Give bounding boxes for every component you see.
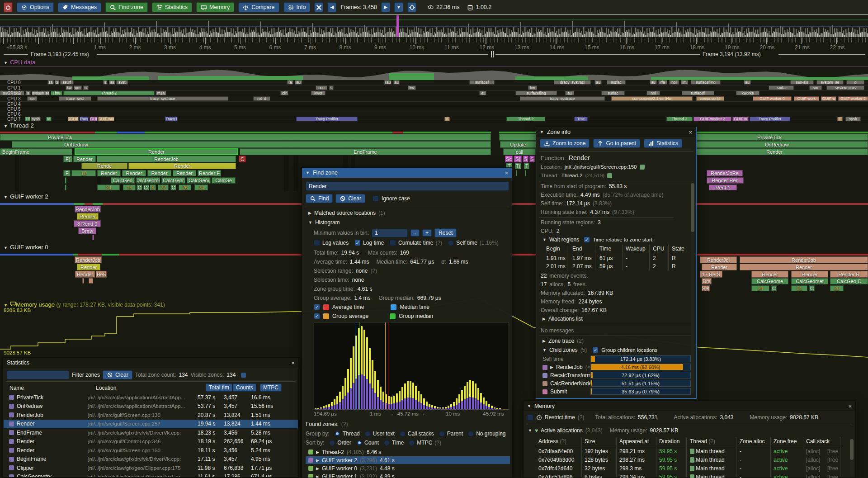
cpu-zone[interactable]: ss <box>109 80 115 85</box>
zone[interactable]: Render <box>122 170 146 176</box>
log-values-checkbox[interactable]: ✓ <box>314 240 320 246</box>
cpu-zone[interactable]: Thread-2 <box>63 91 155 95</box>
stats-row[interactable]: OnRedraw jni/../jni/src/claw/application… <box>4 402 298 411</box>
log-time-checkbox[interactable]: ✓ <box>354 240 361 246</box>
cpu-zone[interactable]: sen-sis <box>790 80 814 85</box>
col-counts-sort[interactable]: Counts <box>233 383 256 392</box>
zone[interactable] <box>92 235 94 240</box>
cpu-zone[interactable]: sysb <box>845 117 861 121</box>
found-zone-group[interactable]: ▶ GUIF worker 2 (3,296) 4.61 s <box>306 456 510 464</box>
frame-select-button[interactable]: ▼ <box>394 2 403 12</box>
cpu-zone[interactable]: surfacefling <box>515 91 557 95</box>
find-button[interactable]: Find <box>306 194 333 203</box>
zone[interactable]: Render <box>75 148 238 155</box>
next-frame-button[interactable]: ▶ <box>381 2 390 12</box>
cpu-zone[interactable]: rfa <box>658 80 667 85</box>
zone[interactable]: Render <box>97 170 121 176</box>
find-zone-button[interactable]: Find zone <box>105 2 148 12</box>
radio-thread[interactable] <box>335 431 340 437</box>
stats-row[interactable]: EndFrame jni/../jni/src/claw/gfx/drv/vk/… <box>4 428 298 437</box>
cpu-zone[interactable]: kworke <box>736 91 760 95</box>
cpu-zone[interactable]: surfacef <box>469 80 495 85</box>
cpu-zone[interactable]: Tracy Profiler <box>750 117 790 121</box>
alloc-col-header[interactable]: Zone alloc <box>740 438 764 445</box>
cpu-zone[interactable]: s <box>25 91 31 95</box>
zone[interactable] <box>65 177 66 184</box>
alloc-col-header[interactable]: Thread (?) <box>690 438 715 445</box>
cpu-zone[interactable]: system_se <box>816 80 844 85</box>
cpu-zone[interactable]: Thread-2 <box>506 117 545 121</box>
info-button[interactable]: Info <box>283 2 311 12</box>
cpu-zone[interactable]: et <box>479 91 486 95</box>
radio-call-stacks[interactable] <box>400 431 406 437</box>
zone[interactable]: 17 RerS <box>700 271 722 278</box>
zone[interactable]: C <box>771 285 777 291</box>
zone[interactable]: CalcGeo <box>111 177 135 184</box>
cpu-zone[interactable]: g <box>846 80 864 85</box>
free-callstack-cell[interactable]: [free <box>827 457 838 463</box>
cpu-zone[interactable]: ssurf <box>60 80 74 85</box>
zone[interactable]: Update <box>500 141 536 148</box>
col-name[interactable]: Name <box>9 385 24 391</box>
cpu-zone[interactable]: surfa <box>769 85 794 90</box>
histogram-section-header[interactable]: ▼ Histogram <box>308 219 340 226</box>
cpu-zone[interactable]: sur <box>809 85 822 90</box>
zone[interactable]: RenderJob <box>75 256 102 263</box>
col-location[interactable]: Location <box>96 385 116 391</box>
radio-user-text[interactable] <box>365 431 371 437</box>
go-to-parent-button[interactable]: Go to parent <box>593 139 640 148</box>
cpu-zone[interactable]: au <box>594 80 602 85</box>
self-time-radio[interactable] <box>448 240 454 246</box>
child-zones-header[interactable]: ▼ Child zones(5) ✓ Group children locati… <box>542 347 657 353</box>
child-zone-row[interactable]: ▶RenderJob(×2) <box>542 364 595 370</box>
alloc-callstack-cell[interactable]: [alloc] <box>806 474 820 478</box>
cpu-zone[interactable]: kw <box>408 85 416 90</box>
zone[interactable]: T <box>524 163 529 169</box>
zone[interactable]: F( <box>63 156 72 162</box>
zone[interactable]: S <box>523 156 528 162</box>
stats-row[interactable]: RenderJob jni/../jni/src/guif/Screen.cpp… <box>4 411 298 419</box>
reset-button[interactable]: Reset <box>434 228 457 237</box>
zone[interactable]: RenderJob <box>97 156 236 162</box>
zone-statistics-button[interactable]: Statistics <box>644 139 682 148</box>
cpu-zone[interactable]: nol <box>646 91 660 95</box>
found-zone-group[interactable]: ▶ GUIF worker 1 (3,192) 4.39 s <box>306 473 510 478</box>
zone[interactable]: Render <box>77 213 99 220</box>
radio-order[interactable] <box>329 440 335 446</box>
zone[interactable]: Render <box>173 170 196 176</box>
find-zone-histogram[interactable] <box>314 322 509 410</box>
group-line-checkbox[interactable]: ✓ <box>314 313 320 319</box>
cpu-zone[interactable]: syst <box>116 80 128 85</box>
messages-button[interactable]: Messages <box>58 2 101 12</box>
zone[interactable]: S <box>529 156 535 162</box>
zone[interactable]: Render <box>702 264 737 270</box>
cpu-zone[interactable]: Tracy <box>80 117 89 121</box>
zone[interactable]: 24 <box>194 185 208 190</box>
zone[interactable]: call <box>503 148 536 155</box>
restrict-time-checkbox[interactable]: ✓ <box>527 414 533 421</box>
cpu-zone[interactable]: au <box>744 80 751 85</box>
zone[interactable]: RenderJob <box>75 206 101 213</box>
cpu-zone[interactable]: surfac <box>607 80 626 85</box>
cpu-zone[interactable]: rot_d <box>253 96 270 101</box>
close-icon[interactable]: × <box>848 403 852 410</box>
cpu-zone[interactable]: system-gms <box>826 85 864 90</box>
cpu-zone[interactable]: s <box>103 80 108 85</box>
cumulate-time-checkbox[interactable]: ✓ <box>390 240 396 246</box>
cpu-zone[interactable]: GUI <box>90 117 98 121</box>
active-allocations-header[interactable]: ▼ ♥ Active allocations(3,043) Memory usa… <box>528 427 678 434</box>
cpu-zone[interactable]: au <box>393 80 400 85</box>
zone[interactable]: C <box>137 185 142 190</box>
radio-count[interactable] <box>356 440 362 446</box>
cpu-zone[interactable]: sysb <box>31 117 41 121</box>
radio-mtpc[interactable] <box>409 440 415 446</box>
clear-filter-button[interactable]: Clear <box>103 370 132 379</box>
zoom-to-zone-button[interactable]: Zoom to zone <box>540 139 590 148</box>
zone[interactable]: T( <box>515 163 521 169</box>
stats-row[interactable]: PrivateTick jni/../jni/src/claw/applicat… <box>4 393 298 402</box>
free-callstack-cell[interactable]: [free <box>827 474 838 478</box>
find-zone-titlebar[interactable]: ▼ Find zone × <box>302 168 512 178</box>
zone[interactable]: OnRedraw <box>12 141 491 148</box>
alloc-col-header[interactable]: Duration <box>659 438 679 445</box>
cpu-zone[interactable]: GUIF wor <box>98 117 114 121</box>
